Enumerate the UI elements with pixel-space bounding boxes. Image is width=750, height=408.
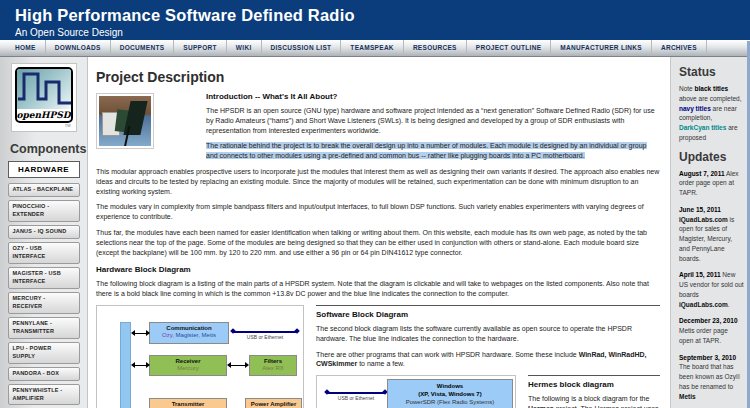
hardware-diagram-heading: Hardware Block Diagram: [96, 265, 660, 274]
nav-item-support[interactable]: SUPPORT: [174, 40, 227, 56]
update-entry: April 15, 2011 New US vendor for sold ou…: [679, 270, 744, 309]
hermes-heading: Hermes block diagram: [528, 380, 660, 389]
openhpsdr-logo[interactable]: openHPSDR TM: [11, 63, 77, 132]
sidebar-item-pandora[interactable]: PANDORA - BOX: [8, 367, 80, 381]
hw-box-filters-title: Filters: [250, 358, 296, 366]
components-heading: Components: [10, 142, 87, 156]
arrow-bus-communication: [135, 333, 146, 334]
nav-item-archives[interactable]: ARCHIVES: [652, 40, 707, 56]
sidebar-item-janus[interactable]: JANUS - IQ SOUND: [8, 225, 80, 239]
sidebar-item-pinocchio[interactable]: PINOCCHIO - EXTENDER: [8, 200, 80, 222]
status-note: Note black titles above are completed, n…: [679, 84, 744, 143]
atlas-bus-bar[interactable]: [120, 322, 131, 408]
link-alex-rx[interactable]: Alex RX: [250, 365, 296, 373]
nav-item-discussion-list[interactable]: DISCUSSION LIST: [262, 40, 342, 56]
sidebar-category-hardware[interactable]: HARDWARE: [8, 161, 80, 178]
nav-item-downloads[interactable]: DOWNLOADS: [46, 40, 111, 56]
sw-usb-ethernet-line: [327, 392, 385, 394]
sidebar-item-ozy[interactable]: OZY - USB INTERFACE: [8, 242, 80, 264]
components-sidebar: openHPSDR TM Components HARDWARE ATLAS -…: [0, 57, 88, 408]
intro-heading: Introduction -- What's It All About?: [206, 92, 660, 101]
main-content: Project Description Introduction -- What…: [88, 57, 670, 408]
nav-item-wiki[interactable]: WIKI: [227, 40, 262, 56]
body-paragraph-modular: This modular approach enables prospectiv…: [96, 167, 660, 196]
body-paragraph-complexity: The modules vary in complexity from simp…: [96, 202, 660, 222]
note-darkcyan-titles: DarkCyan titles: [679, 124, 726, 131]
windows-versions: (XP, Vista, Windows 7): [388, 391, 512, 399]
hardware-block-diagram[interactable]: Communication Ozy, Magister, Metis Recei…: [96, 305, 304, 408]
hw-box-power-amplifier[interactable]: Power Amplifier Pennywhistle Munin: [245, 398, 302, 408]
hw-box-communication-title: Communication: [150, 325, 228, 333]
hw-box-communication[interactable]: Communication Ozy, Magister, Metis: [149, 322, 229, 344]
software-paragraph-2: There are other programs that can work w…: [316, 350, 660, 370]
link-mercury[interactable]: Mercury: [150, 365, 226, 373]
note-navy-titles: navy titles: [679, 105, 711, 112]
logo-wordmark: openHPSDR: [17, 109, 71, 121]
software-diagram-heading: Software Block Diagram: [316, 310, 660, 319]
arrow-receiver-filters: [231, 365, 245, 366]
site-subtitle: An Open Source Design: [15, 27, 750, 38]
nav-item-project-outline[interactable]: PROJECT OUTLINE: [467, 40, 552, 56]
logo-trademark: TM: [15, 123, 73, 128]
update-entry: June 15, 2011 iQuadLabs.com is open for …: [679, 205, 744, 264]
windows-title: Windows: [388, 383, 512, 391]
update-entry: December 23, 2010 Metis order page open …: [679, 316, 744, 345]
hermes-paragraph: The following is a block diagram for the…: [528, 394, 660, 408]
nav-item-resources[interactable]: RESOURCES: [404, 40, 467, 56]
link-iquadlabs[interactable]: iQuadLabs.com: [679, 216, 728, 223]
nav-item-home[interactable]: HOME: [6, 40, 46, 56]
hardware-diagram-paragraph: The following block diagram is a listing…: [96, 279, 660, 299]
software-section: Software Block Diagram The second block …: [316, 305, 660, 408]
main-nav: HOME DOWNLOADS DOCUMENTS SUPPORT WIKI DI…: [0, 40, 750, 57]
hw-box-pa-title: Power Amplifier: [246, 401, 301, 408]
software-paragraph-1: The second block diagram lists the softw…: [316, 324, 660, 344]
sidebar-item-lpu[interactable]: LPU - POWER SUPPLY: [8, 342, 80, 364]
arrow-bus-receiver: [135, 365, 146, 366]
usb-ethernet-label: USB or Ethernet: [233, 334, 297, 340]
nav-item-documents[interactable]: DOCUMENTS: [111, 40, 175, 56]
highlighted-text: The rationale behind the project is to b…: [206, 142, 647, 159]
body-paragraph-naming: Thus far, the modules have each been nam…: [96, 228, 660, 257]
page-title: Project Description: [96, 69, 660, 85]
site-title: High Performance Software Defined Radio: [15, 6, 750, 25]
hpsdr-board-photo[interactable]: [96, 93, 154, 149]
intro-paragraph-highlighted: The rationale behind the project is to b…: [206, 141, 660, 161]
hw-box-filters[interactable]: Filters Alex RX: [249, 355, 297, 376]
usb-ethernet-line: [233, 331, 297, 333]
site-header: High Performance Software Defined Radio …: [0, 0, 750, 40]
sidebar-item-pennywhistle[interactable]: PENNYWHISTLE - AMPLIFIER: [8, 384, 80, 406]
windows-software-box[interactable]: Windows (XP, Vista, Windows 7) PowerSDR …: [387, 379, 513, 408]
update-entry: September 3, 2010 The board that has bee…: [679, 353, 744, 402]
link-iquadlabs[interactable]: iQuadLabs.com: [679, 301, 728, 308]
update-entry: August 7, 2011 Alex order page open at T…: [679, 169, 744, 198]
hw-box-receiver-title: Receiver: [150, 358, 226, 366]
hw-box-transmitter-title: Transmitter: [150, 401, 226, 408]
note-black-titles: black titles: [695, 85, 729, 92]
hw-box-receiver[interactable]: Receiver Mercury: [149, 355, 227, 376]
square-wave-icon: [17, 69, 71, 109]
updates-heading: Updates: [679, 150, 744, 164]
link-magister-metis[interactable]: Magister, Metis: [176, 332, 216, 338]
software-block-diagram[interactable]: USB or Ethernet Windows (XP, Vista, Wind…: [316, 375, 516, 408]
nav-item-manufacturer-links[interactable]: MANUFACTURER LINKS: [551, 40, 652, 56]
intro-paragraph-1: The HPSDR is an open source (GNU type) h…: [206, 106, 660, 135]
circuit-board-image: [99, 96, 151, 146]
hw-box-transmitter[interactable]: Transmitter Penelope Pennylane: [149, 398, 227, 408]
status-heading: Status: [679, 65, 744, 79]
sidebar-item-magister[interactable]: MAGISTER - USB INTERFACE: [8, 267, 80, 289]
sw-usb-ethernet-label: USB or Ethernet: [327, 395, 385, 401]
status-sidebar: Status Note black titles above are compl…: [670, 57, 750, 408]
sidebar-item-atlas[interactable]: ATLAS - BACKPLANE: [8, 183, 80, 197]
sidebar-item-mercury[interactable]: MERCURY - RECEIVER: [8, 292, 80, 314]
hermes-section: Hermes block diagram The following is a …: [528, 375, 660, 408]
link-powersdr[interactable]: PowerSDR (Flex Radio Systems): [388, 399, 512, 407]
nav-item-teamspeak[interactable]: TEAMSPEAK: [341, 40, 404, 56]
sidebar-item-pennylane[interactable]: PENNYLANE - TRANSMITTER: [8, 317, 80, 339]
link-ozy[interactable]: Ozy,: [162, 332, 174, 338]
